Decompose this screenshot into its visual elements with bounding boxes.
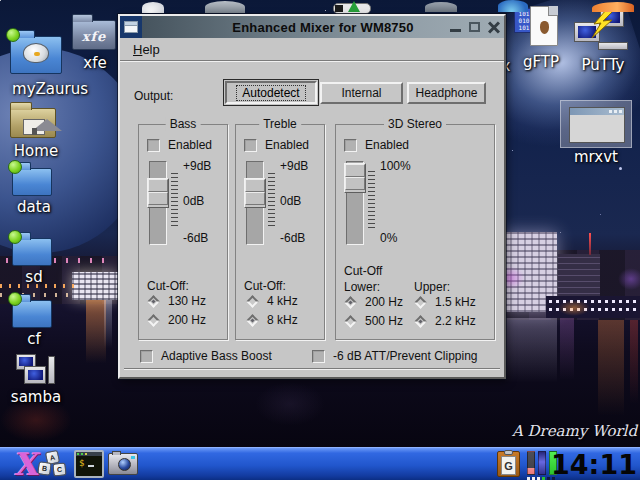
clipboard-clip: [504, 450, 513, 455]
radio-diamond[interactable]: [147, 314, 160, 327]
treble-cutoff-option1[interactable]: 4 kHz: [246, 294, 298, 308]
bass-enabled-label: Enabled: [168, 138, 212, 152]
computer-base: [598, 42, 628, 50]
treble-group-title: Treble: [259, 117, 301, 131]
partial-desktop-icon[interactable]: [205, 1, 245, 13]
window-thumbnail: [560, 100, 632, 148]
server-tower-icon: [48, 356, 55, 384]
radio-diamond[interactable]: [246, 295, 259, 308]
titlebar[interactable]: Enhanced Mixer for WM8750: [120, 16, 504, 38]
folder-icon: [10, 108, 56, 138]
house-door: [32, 128, 37, 135]
desktop-icon-label: samba: [0, 388, 72, 406]
partial-desktop-icon[interactable]: [592, 2, 634, 12]
radio-diamond[interactable]: [147, 295, 160, 308]
bass-scale-bottom: -6dB: [183, 231, 208, 245]
stereo3d-lower1-label: 200 Hz: [365, 295, 403, 309]
autodetect-button-ring: Autodetect: [223, 79, 319, 106]
desktop-icon-home[interactable]: Home: [8, 100, 68, 162]
stereo3d-slider-handle[interactable]: [344, 163, 366, 193]
mount-dot-icon: [8, 230, 22, 244]
mount-dot-icon: [8, 292, 22, 306]
desktop-icon-data[interactable]: data: [10, 160, 62, 218]
att-prevent-clipping-row[interactable]: -6 dB ATT/Prevent Clipping: [312, 349, 478, 363]
desktop-icon-cf[interactable]: cf: [10, 292, 62, 350]
bass-slider-ticks: [171, 173, 178, 226]
bass-cutoff-option2[interactable]: 200 Hz: [147, 313, 206, 327]
bass-slider-handle[interactable]: [147, 178, 169, 208]
water-reflection: [255, 382, 325, 426]
desktop-icon-putty[interactable]: PuTTy: [572, 8, 632, 80]
maximize-icon[interactable]: [469, 22, 480, 32]
menu-help[interactable]: Help: [127, 40, 166, 59]
desktop-icon-label: sd: [6, 268, 62, 286]
stereo3d-upper-option2[interactable]: 2.2 kHz: [414, 314, 476, 328]
clipboard-applet-icon[interactable]: G: [497, 451, 520, 477]
house-icon: [23, 119, 45, 135]
headphone-button[interactable]: Headphone: [407, 82, 486, 104]
wallpaper-stars: [0, 0, 1, 1]
desktop-icon-gftp[interactable]: 101 010 101 gFTP: [514, 6, 568, 76]
wallpaper-light-glow: [558, 300, 590, 316]
water-reflection: [86, 300, 106, 372]
titlebar-drag-area[interactable]: Enhanced Mixer for WM8750: [142, 16, 504, 38]
treble-enabled-checkbox[interactable]: [244, 139, 257, 152]
att-prevent-clipping-checkbox[interactable]: [312, 350, 325, 363]
monitor-icon: [24, 366, 46, 384]
desktop-icon-mrxvt[interactable]: mrxvt: [560, 100, 632, 170]
adaptive-bass-boost-checkbox[interactable]: [140, 350, 153, 363]
stereo3d-lower-option2[interactable]: 500 Hz: [344, 314, 403, 328]
stereo3d-group: 3D Stereo Enabled 100% 0% Cut-Off Lower:…: [335, 124, 495, 340]
taskbar: X A B C $ G 14:11: [0, 447, 640, 480]
screenshot-camera-icon[interactable]: [108, 453, 138, 475]
desktop-icon-myzaurus[interactable]: myZaurus: [6, 26, 98, 102]
stereo3d-slider-ticks: [368, 171, 375, 228]
partial-icon-detail: [335, 5, 343, 12]
wallpaper-caption: A Dreamy World: [505, 422, 637, 440]
window-menu-button[interactable]: [120, 16, 142, 38]
autodetect-button-label: Autodetect: [237, 86, 304, 100]
bass-group-title: Bass: [166, 117, 201, 131]
wallpaper-light-glow: [618, 268, 640, 290]
bass-option1-label: 130 Hz: [168, 294, 206, 308]
radio-diamond[interactable]: [246, 314, 259, 327]
desktop-icon-sd[interactable]: sd: [10, 230, 62, 288]
treble-enabled-row: Enabled: [244, 138, 309, 152]
stereo3d-upper2-label: 2.2 kHz: [435, 314, 476, 328]
terminal-icon[interactable]: $: [74, 450, 104, 478]
partial-desktop-icon[interactable]: [142, 2, 164, 13]
treble-cutoff-label: Cut-Off:: [244, 279, 286, 293]
system-monitor-bar-cpu[interactable]: [527, 451, 535, 475]
bass-cutoff-option1[interactable]: 130 Hz: [147, 294, 206, 308]
bass-enabled-checkbox[interactable]: [147, 139, 160, 152]
minimize-icon[interactable]: [450, 29, 461, 32]
water-reflection: [598, 320, 624, 424]
stereo3d-upper-option1[interactable]: 1.5 kHz: [414, 295, 476, 309]
monitor-screen: [19, 357, 33, 366]
partial-desktop-icon[interactable]: [333, 3, 371, 14]
output-label: Output:: [134, 89, 173, 103]
autodetect-button[interactable]: Autodetect: [225, 81, 317, 104]
stereo3d-group-title: 3D Stereo: [384, 117, 446, 131]
stereo3d-cutoff-label: Cut-Off: [344, 264, 382, 278]
adaptive-bass-boost-row[interactable]: Adaptive Bass Boost: [140, 349, 272, 363]
radio-diamond[interactable]: [414, 296, 427, 309]
radio-diamond[interactable]: [414, 315, 427, 328]
internal-button[interactable]: Internal: [320, 82, 403, 104]
keyboard-applet-icon[interactable]: A B C: [38, 451, 72, 479]
stereo3d-lower-option1[interactable]: 200 Hz: [344, 295, 403, 309]
keycap-c: C: [52, 462, 66, 476]
mixer-window: Enhanced Mixer for WM8750 Help Output: A…: [118, 14, 506, 379]
partial-desktop-icon[interactable]: [498, 0, 528, 12]
treble-slider-handle[interactable]: [244, 178, 266, 208]
close-icon[interactable]: [488, 21, 500, 33]
water-reflection: [560, 318, 574, 380]
radio-diamond[interactable]: [344, 315, 357, 328]
folder-icon: [10, 36, 62, 74]
partial-desktop-icon[interactable]: [425, 2, 457, 12]
treble-cutoff-option2[interactable]: 8 kHz: [246, 313, 298, 327]
desktop-icon-samba[interactable]: samba: [4, 354, 70, 410]
radio-diamond[interactable]: [344, 296, 357, 309]
stereo3d-enabled-checkbox[interactable]: [344, 139, 357, 152]
system-monitor-bar-memory[interactable]: [538, 451, 546, 475]
